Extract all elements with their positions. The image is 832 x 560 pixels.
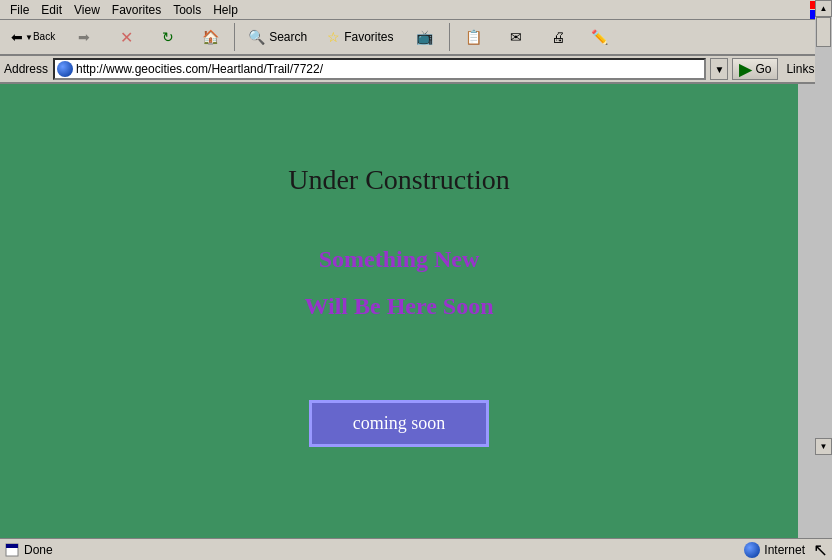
stop-button[interactable]: ✕ [106,22,146,52]
statusbar-zone-label: Internet [764,543,805,557]
statusbar: Done Internet ↖ [0,538,832,560]
divider-1 [234,23,235,51]
favorites-label: Favorites [344,30,393,44]
go-arrow-icon: ▶ [739,60,751,79]
scrollbar-vertical: ▲ ▼ [815,0,832,455]
address-input[interactable] [76,62,702,76]
home-icon: 🏠 [202,29,219,45]
menu-favorites[interactable]: Favorites [106,1,167,19]
status-zone: Internet [744,542,805,558]
back-icon: ⬅ [11,30,23,44]
forward-icon: ➡ [78,30,90,44]
menu-bar: File Edit View Favorites Tools Help [0,0,832,20]
back-button[interactable]: ⬅ ▼ Back [4,22,62,52]
links-label: Links [782,62,818,76]
edit-icon: ✏️ [591,29,608,45]
scrollbar-track[interactable] [815,17,832,438]
scroll-down-button[interactable]: ▼ [815,438,832,455]
refresh-button[interactable]: ↻ [148,22,188,52]
statusbar-globe-icon [744,542,760,558]
browser-viewport: Under Construction Something New Will Be… [0,84,832,539]
history-icon: 📋 [465,29,482,45]
mouse-cursor-icon: ↖ [813,539,828,561]
go-button[interactable]: ▶ Go [732,58,778,80]
divider-2 [449,23,450,51]
address-dropdown[interactable]: ▼ [710,58,728,80]
scroll-up-button[interactable]: ▲ [815,0,832,17]
page-content-area: Under Construction Something New Will Be… [0,84,798,539]
menu-file[interactable]: File [4,1,35,19]
scrollbar-thumb[interactable] [816,17,831,47]
forward-button[interactable]: ➡ [64,22,104,52]
statusbar-text: Done [24,543,53,557]
search-icon: 🔍 [248,29,265,45]
page-title: Under Construction [288,164,510,196]
go-label: Go [755,62,771,76]
media-button[interactable]: 📺 [405,22,445,52]
svg-rect-1 [6,544,18,548]
print-icon: 🖨 [551,29,565,45]
statusbar-lock-icon [4,542,20,558]
menu-tools[interactable]: Tools [167,1,207,19]
stop-icon: ✕ [120,28,133,47]
star-icon: ☆ [327,29,340,45]
media-icon: 📺 [416,29,433,45]
page-subtitle2: Will Be Here Soon [304,293,493,320]
home-button[interactable]: 🏠 [190,22,230,52]
address-bar: Address ▼ ▶ Go Links » [0,56,832,84]
toolbar: ⬅ ▼ Back ➡ ✕ ↻ 🏠 🔍 Search ☆ Favorites 📺 … [0,20,832,56]
menu-edit[interactable]: Edit [35,1,68,19]
page-subtitle1: Something New [319,246,480,273]
edit-button[interactable]: ✏️ [580,22,620,52]
favorites-button[interactable]: ☆ Favorites [318,22,402,52]
menu-view[interactable]: View [68,1,106,19]
mail-icon: ✉ [510,29,522,45]
refresh-icon: ↻ [162,29,174,45]
address-input-wrapper [53,58,706,80]
address-label: Address [4,62,49,76]
search-button[interactable]: 🔍 Search [239,22,316,52]
search-label: Search [269,30,307,44]
coming-soon-button[interactable]: coming soon [309,400,489,447]
print-button[interactable]: 🖨 [538,22,578,52]
mail-button[interactable]: ✉ [496,22,536,52]
back-dropdown-icon: ▼ [25,33,33,42]
address-globe-icon [57,61,73,77]
history-button[interactable]: 📋 [454,22,494,52]
menu-help[interactable]: Help [207,1,244,19]
